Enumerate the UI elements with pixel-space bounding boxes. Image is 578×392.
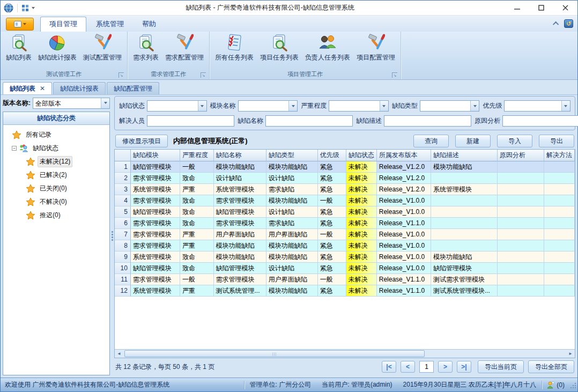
- cell-12-6[interactable]: Release_V1.1.0: [377, 285, 431, 297]
- cell-4-5[interactable]: 未解决: [346, 195, 377, 206]
- cell-7-2[interactable]: 用户界面缺陷: [214, 229, 266, 240]
- row-indicator[interactable]: 11: [115, 274, 131, 285]
- cell-12-2[interactable]: 测试系统管理...: [214, 285, 266, 297]
- cell-9-0[interactable]: 系统管理模块: [131, 252, 180, 263]
- cell-3-8[interactable]: [498, 184, 544, 195]
- grid-row-indicator-header[interactable]: [115, 150, 131, 161]
- cell-10-1[interactable]: 致命: [180, 263, 214, 274]
- filter-input-row2-0[interactable]: [147, 115, 234, 127]
- grid-column-header-5[interactable]: 优先级: [318, 150, 346, 161]
- cell-7-5[interactable]: 未解决: [346, 229, 377, 240]
- chevron-down-icon[interactable]: [101, 98, 109, 108]
- cell-9-5[interactable]: 未解决: [346, 252, 377, 263]
- cell-9-3[interactable]: 模块功能缺陷: [266, 252, 318, 263]
- filter-combobox-row1-0[interactable]: [147, 100, 207, 112]
- cell-5-1[interactable]: 致命: [180, 206, 214, 218]
- prev-page-button[interactable]: <: [401, 361, 415, 373]
- cell-11-6[interactable]: Release_V1.1.0: [377, 274, 431, 285]
- tree-node-5[interactable]: 不解决(0): [4, 195, 108, 209]
- first-page-button[interactable]: |<: [382, 361, 396, 373]
- cell-6-4[interactable]: 紧急: [318, 218, 346, 229]
- cell-9-9[interactable]: [544, 252, 575, 263]
- filter-input-row2-1[interactable]: [265, 115, 353, 127]
- dialog-launcher-icon[interactable]: ↘: [118, 72, 124, 78]
- page-number-input[interactable]: [419, 361, 434, 373]
- cell-5-4[interactable]: 紧急: [318, 206, 346, 218]
- cell-8-5[interactable]: 未解决: [346, 240, 377, 252]
- cell-2-4[interactable]: 紧急: [318, 173, 346, 184]
- doc-tab-2[interactable]: 缺陷配置管理: [107, 82, 159, 94]
- cell-5-6[interactable]: Release_V1.0.0: [377, 206, 431, 218]
- tree-node-2[interactable]: 未解决(12): [4, 155, 108, 168]
- cell-3-5[interactable]: 未解决: [346, 184, 377, 195]
- cell-8-2[interactable]: 模块功能缺陷: [214, 240, 266, 252]
- cell-4-6[interactable]: Release_V1.0.0: [377, 195, 431, 206]
- table-row-7[interactable]: 7需求管理模块严重用户界面缺陷用户界面缺陷一般未解决Release_V1.0.0: [115, 229, 575, 240]
- grid-column-header-1[interactable]: 缺陷模块: [131, 150, 180, 161]
- cell-7-8[interactable]: [498, 229, 544, 240]
- chevron-down-icon[interactable]: [470, 101, 479, 111]
- cell-3-9[interactable]: [544, 184, 575, 195]
- row-indicator[interactable]: 3: [115, 184, 131, 195]
- cell-5-9[interactable]: [544, 206, 575, 218]
- cell-8-9[interactable]: [544, 240, 575, 252]
- cell-1-8[interactable]: [498, 161, 544, 173]
- toolbar-action-button-3[interactable]: 导出: [539, 135, 574, 147]
- cell-9-8[interactable]: [498, 252, 544, 263]
- cell-3-0[interactable]: 系统管理模块: [131, 184, 180, 195]
- cell-8-1[interactable]: 严重: [180, 240, 214, 252]
- cell-2-5[interactable]: 未解决: [346, 173, 377, 184]
- cell-10-5[interactable]: 未解决: [346, 263, 377, 274]
- table-row-3[interactable]: 3系统管理模块严重系统管理模块需求缺陷紧急未解决Release_V1.2.0系统…: [115, 184, 575, 195]
- grid-column-header-2[interactable]: 严重程度: [180, 150, 214, 161]
- doc-tab-1[interactable]: 缺陷统计报表: [53, 82, 106, 94]
- last-page-button[interactable]: >|: [457, 361, 471, 373]
- close-button[interactable]: [553, 1, 577, 15]
- cell-7-7[interactable]: [431, 229, 498, 240]
- tree-node-3[interactable]: 已解决(2): [4, 168, 108, 182]
- tree-node-0[interactable]: 所有记录: [4, 128, 108, 142]
- ribbon-button-2-2[interactable]: 负责人任务列表: [302, 33, 353, 63]
- version-combobox[interactable]: 全部版本: [33, 98, 110, 109]
- cell-8-4[interactable]: 紧急: [318, 240, 346, 252]
- cell-1-5[interactable]: 未解决: [346, 161, 377, 173]
- doc-tab-0[interactable]: 缺陷列表✕: [3, 82, 52, 94]
- cell-1-6[interactable]: Release_V1.2.0: [377, 161, 431, 173]
- cell-9-4[interactable]: 紧急: [318, 252, 346, 263]
- cell-7-0[interactable]: 需求管理模块: [131, 229, 180, 240]
- ribbon-button-1-1[interactable]: 需求配置管理: [162, 33, 207, 63]
- cell-11-2[interactable]: 需求管理模块: [214, 274, 266, 285]
- maximize-button[interactable]: [529, 1, 553, 15]
- tree-node-1[interactable]: −缺陷状态: [4, 142, 108, 155]
- table-row-11[interactable]: 11需求管理模块一般需求管理模块用户界面缺陷一般未解决Release_V1.1.…: [115, 274, 575, 285]
- cell-7-6[interactable]: Release_V1.0.0: [377, 229, 431, 240]
- row-indicator[interactable]: 6: [115, 218, 131, 229]
- chevron-down-icon[interactable]: [198, 101, 206, 111]
- filter-input-row2-3[interactable]: [502, 115, 578, 127]
- ribbon-tab-1[interactable]: 系统管理: [87, 17, 132, 32]
- row-indicator[interactable]: 12: [115, 285, 131, 297]
- grid-column-header-9[interactable]: 原因分析: [498, 150, 544, 161]
- cell-4-3[interactable]: 模块功能缺陷: [266, 195, 318, 206]
- cell-4-0[interactable]: 需求管理模块: [131, 195, 180, 206]
- chevron-down-icon[interactable]: [380, 101, 388, 111]
- cell-6-9[interactable]: [544, 218, 575, 229]
- dialog-launcher-icon[interactable]: ↘: [392, 72, 397, 78]
- ribbon-button-0-1[interactable]: 缺陷统计报表: [35, 33, 80, 63]
- ribbon-tab-2[interactable]: 帮助: [134, 17, 165, 32]
- cell-6-1[interactable]: 致命: [180, 218, 214, 229]
- cell-1-1[interactable]: 一般: [180, 161, 214, 173]
- grid-column-header-6[interactable]: 缺陷状态: [346, 150, 377, 161]
- cell-11-1[interactable]: 一般: [180, 274, 214, 285]
- cell-8-7[interactable]: [431, 240, 498, 252]
- cell-11-4[interactable]: 一般: [318, 274, 346, 285]
- cell-5-0[interactable]: 缺陷管理模块: [131, 206, 180, 218]
- row-indicator[interactable]: 4: [115, 195, 131, 206]
- cell-7-1[interactable]: 严重: [180, 229, 214, 240]
- tree-node-4[interactable]: 已关闭(0): [4, 182, 108, 195]
- ribbon-button-0-2[interactable]: 测试配置管理: [80, 33, 125, 63]
- cell-10-6[interactable]: Release_V1.0.0: [377, 263, 431, 274]
- filter-combobox-row1-1[interactable]: [238, 100, 298, 112]
- cell-9-1[interactable]: 致命: [180, 252, 214, 263]
- grid-column-header-8[interactable]: 缺陷描述: [431, 150, 498, 161]
